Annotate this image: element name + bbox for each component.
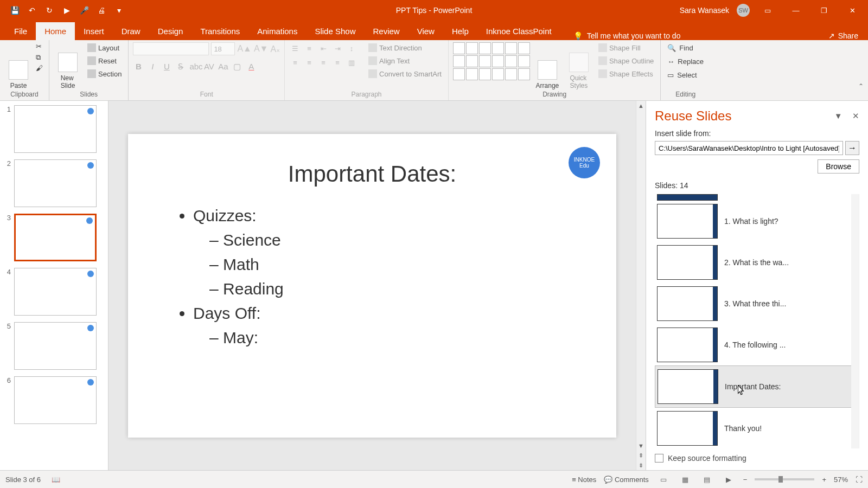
tab-insert[interactable]: Insert [75, 22, 113, 40]
character-spacing-button[interactable]: AV [203, 62, 214, 72]
columns-icon[interactable]: ▥ [346, 56, 358, 68]
decrease-indent-icon[interactable]: ⇤ [317, 42, 329, 54]
path-input[interactable] [655, 141, 843, 155]
cut-icon[interactable]: ✂ [36, 42, 44, 51]
decrease-font-icon[interactable]: A▼ [254, 44, 269, 54]
tab-slideshow[interactable]: Slide Show [306, 22, 364, 40]
copy-icon[interactable]: ⧉ [36, 53, 44, 62]
shapes-gallery[interactable] [453, 42, 530, 89]
shadow-button[interactable]: abc [189, 62, 200, 72]
strikethrough-button[interactable]: S̶ [175, 62, 186, 72]
tab-animations[interactable]: Animations [248, 22, 306, 40]
slide-canvas-area[interactable]: INKNOE Edu Important Dates: Quizzes: Sci… [108, 101, 636, 470]
reuse-item-1[interactable]: 1. What is light? [655, 201, 859, 242]
layout-button[interactable]: Layout [85, 42, 124, 53]
notes-button[interactable]: ≡ Notes [572, 476, 596, 484]
align-text-button[interactable]: Align Text [366, 55, 444, 66]
reuse-item-4[interactable]: 4. The following ... [655, 324, 859, 365]
slide-counter[interactable]: Slide 3 of 6 [5, 476, 41, 484]
panel-menu-icon[interactable]: ▼ [834, 111, 843, 120]
tab-draw[interactable]: Draw [113, 22, 149, 40]
panel-close-icon[interactable]: ✕ [852, 111, 859, 120]
shape-effects-button[interactable]: Shape Effects [596, 68, 656, 79]
arrange-button[interactable]: Arrange [533, 42, 561, 89]
zoom-in-icon[interactable]: + [822, 476, 826, 484]
ribbon-display-options-icon[interactable]: ▭ [757, 4, 778, 17]
undo-icon[interactable]: ↶ [27, 5, 37, 15]
reuse-item-6[interactable]: Thank you! [655, 408, 859, 448]
replace-button[interactable]: ↔Replace [665, 56, 706, 67]
font-color-button[interactable]: A [246, 62, 257, 72]
reuse-item-3[interactable]: 3. What three thi... [655, 283, 859, 324]
start-from-beginning-icon[interactable]: ▶ [62, 5, 72, 15]
bullets-icon[interactable]: ☰ [289, 42, 301, 54]
tab-review[interactable]: Review [364, 22, 408, 40]
quick-styles-button[interactable]: Quick Styles [565, 42, 593, 89]
mic-icon[interactable]: 🎤 [79, 5, 89, 15]
share-button[interactable]: ↗ Share [828, 31, 868, 40]
reuse-item-5[interactable]: Important Dates: [655, 365, 859, 408]
thumbnail-1[interactable] [14, 105, 97, 153]
keep-formatting-checkbox[interactable] [655, 454, 663, 463]
justify-icon[interactable]: ≡ [331, 56, 343, 68]
font-family-input[interactable] [133, 42, 209, 55]
slide-canvas[interactable]: INKNOE Edu Important Dates: Quizzes: Sci… [128, 134, 616, 438]
tab-design[interactable]: Design [149, 22, 192, 40]
bold-button[interactable]: B [133, 62, 144, 72]
paste-button[interactable]: Paste [4, 42, 33, 89]
thumbnail-5[interactable] [14, 322, 97, 370]
thumbnail-2[interactable] [14, 159, 97, 207]
shape-outline-button[interactable]: Shape Outline [596, 55, 656, 66]
slideshow-view-icon[interactable]: ▶ [722, 474, 736, 485]
thumbnail-3[interactable] [14, 214, 97, 261]
reuse-slides-list[interactable]: 1. What is light? 2. What is the wa... 3… [655, 194, 859, 448]
zoom-slider[interactable] [755, 478, 814, 480]
normal-view-icon[interactable]: ▭ [656, 474, 671, 485]
scroll-down-icon[interactable]: ▼ [636, 441, 646, 451]
comments-button[interactable]: 💬 Comments [604, 476, 648, 484]
qat-more-icon[interactable]: ▾ [114, 5, 124, 15]
smartart-button[interactable]: Convert to SmartArt [366, 68, 444, 79]
format-painter-icon[interactable]: 🖌 [36, 64, 44, 73]
canvas-scrollbar[interactable]: ▲ ▼ ⇞ ⇟ [636, 101, 646, 470]
prev-slide-icon[interactable]: ⇞ [636, 451, 646, 460]
reuse-item-2[interactable]: 2. What is the wa... [655, 242, 859, 283]
align-left-icon[interactable]: ≡ [289, 56, 301, 68]
increase-font-icon[interactable]: A▲ [237, 44, 252, 54]
thumbnail-4[interactable] [14, 268, 97, 316]
highlight-button[interactable]: ▢ [232, 62, 242, 72]
sorter-view-icon[interactable]: ▦ [678, 474, 692, 485]
thumbnail-6[interactable] [14, 376, 97, 424]
close-icon[interactable]: ✕ [842, 4, 863, 17]
tell-me-search[interactable]: 💡 Tell me what you want to do [573, 31, 681, 40]
align-center-icon[interactable]: ≡ [303, 56, 315, 68]
text-direction-button[interactable]: Text Direction [366, 42, 444, 53]
print-icon[interactable]: 🖨 [97, 5, 106, 15]
save-icon[interactable]: 💾 [10, 5, 20, 15]
tab-home[interactable]: Home [36, 22, 75, 40]
new-slide-button[interactable]: New Slide [54, 42, 82, 89]
next-slide-icon[interactable]: ⇟ [636, 460, 646, 470]
tab-transitions[interactable]: Transitions [192, 22, 248, 40]
redo-icon[interactable]: ↻ [44, 5, 54, 15]
font-size-input[interactable] [211, 42, 235, 55]
minimize-icon[interactable]: — [786, 4, 806, 17]
clear-formatting-icon[interactable]: Aₓ [270, 44, 280, 54]
numbering-icon[interactable]: ≡ [303, 42, 315, 54]
tab-view[interactable]: View [409, 22, 443, 40]
slide-thumbnails-panel[interactable]: 1 2 3 4 5 6 [0, 101, 108, 470]
zoom-out-icon[interactable]: − [743, 476, 748, 484]
line-spacing-icon[interactable]: ↕ [346, 42, 358, 54]
align-right-icon[interactable]: ≡ [317, 56, 329, 68]
reset-button[interactable]: Reset [85, 55, 124, 66]
tab-file[interactable]: File [5, 22, 36, 40]
scroll-up-icon[interactable]: ▲ [636, 101, 646, 111]
user-avatar[interactable]: SW [737, 4, 750, 17]
fit-to-window-icon[interactable]: ⛶ [856, 476, 863, 484]
change-case-button[interactable]: Aa [218, 62, 228, 72]
italic-button[interactable]: I [147, 62, 158, 72]
reading-view-icon[interactable]: ▤ [700, 474, 714, 485]
slide-body[interactable]: Quizzes: Science Math Reading Days Off: … [161, 203, 584, 350]
shape-fill-button[interactable]: Shape Fill [596, 42, 656, 53]
increase-indent-icon[interactable]: ⇥ [331, 42, 343, 54]
